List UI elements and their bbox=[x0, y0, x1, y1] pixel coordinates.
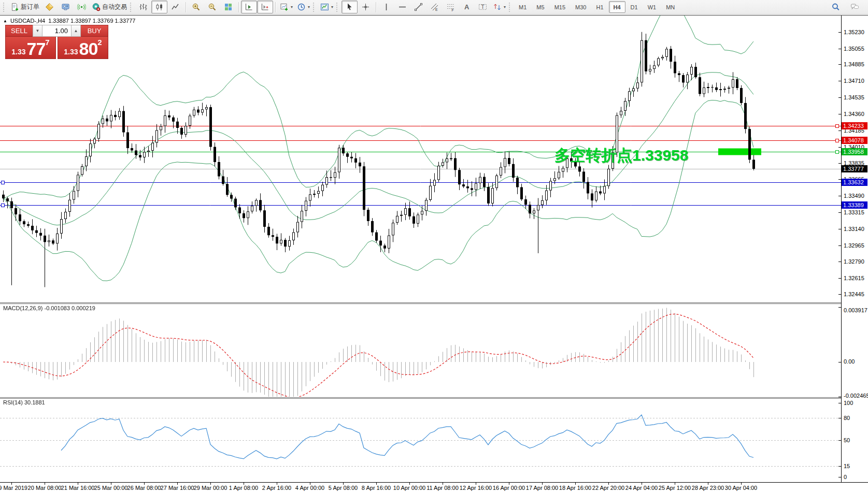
chat-icon bbox=[850, 3, 859, 11]
search-button[interactable] bbox=[828, 1, 844, 13]
crosshair-icon bbox=[361, 3, 370, 11]
toolbar-grip[interactable] bbox=[130, 3, 133, 12]
zoom-out-button[interactable] bbox=[204, 1, 220, 13]
autotrading-button[interactable]: 自动交易 bbox=[90, 1, 129, 13]
sell-price-sup: 7 bbox=[45, 39, 49, 46]
price-axis-label: 1.34535 bbox=[844, 94, 867, 101]
tile-windows-icon bbox=[224, 3, 233, 11]
time-axis-label: 24 Apr 04:00 bbox=[625, 485, 658, 491]
time-axis-label: 11 Apr 08:00 bbox=[426, 485, 459, 491]
fibonacci-button[interactable]: F bbox=[443, 1, 459, 13]
timeframe-button-M1[interactable]: M1 bbox=[514, 1, 531, 13]
text-label-button[interactable]: T bbox=[475, 1, 491, 13]
toolbar-grip[interactable] bbox=[3, 3, 6, 12]
symbol-info-line[interactable]: ▲ USDCAD-,H4 1.33887 1.33897 1.33769 1.3… bbox=[3, 18, 135, 24]
time-axis-label: 17 Apr 08:00 bbox=[526, 485, 558, 491]
timeframe-button-H4[interactable]: H4 bbox=[609, 1, 625, 13]
line-chart-button[interactable] bbox=[167, 1, 183, 13]
chart-shift-button[interactable] bbox=[257, 1, 273, 13]
text-button[interactable]: A bbox=[459, 1, 475, 13]
new-order-label: 新订单 bbox=[21, 3, 39, 11]
volume-down-button[interactable]: ▼ bbox=[33, 25, 42, 37]
timeframe-button-D1[interactable]: D1 bbox=[626, 1, 643, 13]
signals-button[interactable] bbox=[74, 1, 90, 13]
price-axis-label: 1.33490 bbox=[844, 192, 867, 199]
candlestick-chart-button[interactable] bbox=[151, 1, 167, 13]
sell-button[interactable]: SELL bbox=[5, 25, 33, 37]
metaeditor-button[interactable] bbox=[58, 1, 74, 13]
time-axis-label: 12 Apr 16:00 bbox=[460, 485, 492, 491]
rsi-axis-label: 50 bbox=[844, 437, 867, 444]
timeframe-button-M5[interactable]: M5 bbox=[532, 1, 549, 13]
turning-point-annotation[interactable]: 多空转折点1.33958 bbox=[554, 145, 688, 166]
toolbar-grip[interactable] bbox=[509, 3, 512, 12]
auto-scroll-icon bbox=[245, 3, 253, 11]
auto-scroll-button[interactable] bbox=[241, 1, 257, 13]
channel-button[interactable]: E bbox=[426, 1, 443, 13]
time-axis-label: 22 Apr 20:00 bbox=[592, 485, 624, 491]
buy-button[interactable]: BUY bbox=[81, 25, 108, 37]
cursor-button[interactable] bbox=[341, 1, 358, 13]
one-click-trade-panel: SELL ▼ ▲ BUY 1.33 77 7 1.33 80 2 bbox=[5, 25, 108, 59]
indicators-button[interactable]: ▾ bbox=[318, 1, 335, 13]
chart-canvas[interactable] bbox=[0, 16, 841, 482]
time-axis[interactable]: 19 Mar 201920 Mar 08:0021 Mar 16:0025 Ma… bbox=[0, 482, 868, 493]
sell-price-box[interactable]: 1.33 77 7 bbox=[5, 37, 56, 59]
timeframe-button-M30[interactable]: M30 bbox=[571, 1, 591, 13]
time-axis-label: 25 Mar 00:00 bbox=[94, 485, 128, 491]
crosshair-button[interactable] bbox=[358, 1, 374, 13]
buy-price-box[interactable]: 1.33 80 2 bbox=[58, 37, 108, 59]
arrows-button[interactable]: ▾ bbox=[491, 1, 508, 13]
timeframe-bar: M1M5M15M30H1H4D1W1MN bbox=[514, 1, 679, 13]
vertical-line-button[interactable] bbox=[378, 1, 394, 13]
svg-text:F: F bbox=[452, 8, 454, 12]
bar-chart-button[interactable] bbox=[135, 1, 151, 13]
macd-axis-label: 0.00 bbox=[844, 358, 867, 365]
metaquotes-icon bbox=[45, 3, 54, 11]
collapse-arrow-icon[interactable]: ▲ bbox=[3, 19, 7, 23]
timeframe-button-MN[interactable]: MN bbox=[661, 1, 679, 13]
new-order-button[interactable]: 新订单 bbox=[8, 1, 41, 13]
new-chart-button[interactable]: ▾ bbox=[278, 1, 295, 13]
chat-button[interactable] bbox=[847, 1, 863, 13]
macd-axis-label: -0.002465 bbox=[844, 393, 867, 399]
indicators-icon bbox=[320, 3, 329, 11]
text-label-icon: T bbox=[478, 3, 487, 11]
zoom-in-button[interactable] bbox=[188, 1, 204, 13]
timeframe-button-W1[interactable]: W1 bbox=[643, 1, 661, 13]
chart-window: ▲ USDCAD-,H4 1.33887 1.33897 1.33769 1.3… bbox=[0, 15, 868, 493]
timeframe-button-M15[interactable]: M15 bbox=[550, 1, 570, 13]
time-axis-tick bbox=[11, 483, 12, 485]
volume-input[interactable] bbox=[42, 25, 71, 37]
rsi-axis-label: 0 bbox=[844, 474, 867, 481]
trendline-button[interactable] bbox=[410, 1, 426, 13]
time-axis-label: 28 Apr 23:00 bbox=[692, 485, 724, 491]
zoom-out-icon bbox=[208, 3, 217, 11]
buy-price-big: 80 bbox=[79, 40, 98, 57]
time-axis-tick bbox=[675, 483, 675, 485]
time-axis-label: 25 Apr 12:00 bbox=[659, 485, 691, 491]
price-axis-label: 1.35230 bbox=[844, 28, 867, 36]
time-axis-tick bbox=[310, 483, 310, 485]
horizontal-line-button[interactable] bbox=[394, 1, 410, 13]
time-axis-label: 16 Apr 00:00 bbox=[493, 485, 525, 491]
toolbar-grip[interactable] bbox=[336, 3, 339, 12]
macd-label: MACD(12,26,9) -0.001083 0.000219 bbox=[3, 305, 95, 311]
price-badge: 1.33777 bbox=[842, 165, 867, 172]
tile-windows-button[interactable] bbox=[220, 1, 236, 13]
time-axis-label: 8 Apr 16:00 bbox=[362, 485, 391, 491]
timeframe-button-H1[interactable]: H1 bbox=[591, 1, 608, 13]
toolbar-grip[interactable] bbox=[313, 3, 316, 12]
time-axis-tick bbox=[177, 483, 178, 485]
volume-up-button[interactable]: ▲ bbox=[71, 25, 81, 37]
price-axis-label: 1.34360 bbox=[844, 110, 867, 118]
time-axis-tick bbox=[708, 483, 708, 485]
channel-icon: E bbox=[430, 3, 439, 11]
time-axis-label: 29 Mar 00:00 bbox=[194, 485, 227, 491]
periods-button[interactable]: ▾ bbox=[295, 1, 312, 13]
signal-icon bbox=[77, 3, 86, 11]
rsi-label: RSI(14) 30.1881 bbox=[3, 399, 45, 405]
metaquotes-button[interactable] bbox=[41, 1, 58, 13]
bar-chart-icon bbox=[139, 3, 148, 11]
price-axis-label: 1.34885 bbox=[844, 61, 867, 68]
